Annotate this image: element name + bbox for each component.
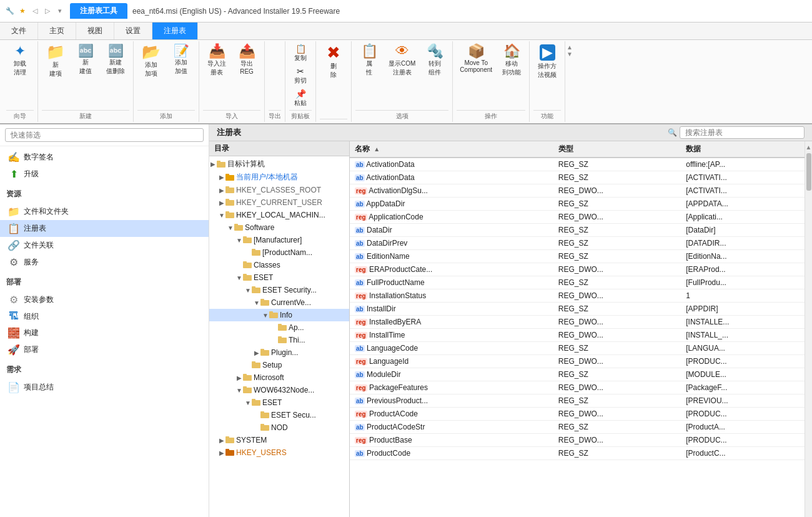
sidebar-item-build[interactable]: 🧱 构建 (0, 324, 209, 341)
btn-move-to-component[interactable]: 📦 Move ToComponent (457, 43, 495, 75)
sidebar-item-files-folders[interactable]: 📁 文件和文件夹 (0, 203, 209, 220)
tab-file[interactable]: 文件 (0, 23, 38, 39)
table-row[interactable]: ab FullProductNameREG_SZ[FullProdu... (350, 276, 805, 289)
table-row[interactable]: ab LanguageCodeREG_SZ[LANGUA... (350, 342, 805, 355)
tree-toggle[interactable]: ▶ (218, 174, 225, 181)
btn-add-item[interactable]: 📂 添加加项 (137, 43, 165, 80)
sidebar-item-install-params[interactable]: ⚙ 安装参数 (0, 291, 209, 308)
table-row[interactable]: reg InstalledByERAREG_DWO...[INSTALLE... (350, 316, 805, 329)
table-row[interactable]: reg InstallTimeREG_DWO...[INSTALL_... (350, 329, 805, 342)
table-row[interactable]: ab DataDirPrevREG_SZ[DATADIR... (350, 237, 805, 250)
tab-view[interactable]: 视图 (76, 23, 114, 39)
tree-node[interactable]: ▼CurrentVe... (209, 296, 349, 309)
table-row[interactable]: ab ActivationDataREG_SZoffline:[AP... (350, 158, 805, 171)
tree-node[interactable]: [ProductNam... (209, 246, 349, 259)
right-scrollbar[interactable]: ▲ ▼ (805, 141, 812, 517)
table-row[interactable]: reg ProductBaseREG_DWO...[PRODUC... (350, 434, 805, 447)
btn-properties[interactable]: 📋 属性 (355, 43, 383, 79)
btn-add-value[interactable]: 📝 添加加值 (167, 43, 195, 78)
tree-toggle[interactable]: ▶ (218, 199, 225, 206)
table-row[interactable]: reg ERAProductCate...REG_DWO...[ERAProd.… (350, 263, 805, 276)
tree-node[interactable]: ▼ESET Security... (209, 284, 349, 296)
btn-import-registry[interactable]: 📥 导入注册表 (203, 43, 230, 79)
tree-toggle[interactable]: ▶ (253, 349, 260, 356)
undo-icon[interactable]: ◁ (30, 6, 40, 16)
sidebar-item-deploy[interactable]: 🚀 部署 (0, 341, 209, 358)
table-row[interactable]: reg ApplicationCodeREG_DWO...[Applicati.… (350, 211, 805, 224)
tree-node[interactable]: Ap... (209, 321, 349, 334)
btn-goto-component[interactable]: 🔩 转到组件 (421, 43, 448, 79)
tree-toggle[interactable]: ▼ (253, 299, 260, 306)
scrollbar-thumb-right[interactable] (806, 153, 811, 191)
tree-toggle[interactable]: ▶ (209, 161, 217, 168)
table-row[interactable]: reg InstallationStatusREG_DWO...1 (350, 289, 805, 303)
table-row[interactable]: reg ActivationDlgSu...REG_DWO...[ACTIVAT… (350, 184, 805, 198)
btn-move-to-feature[interactable]: 🏠 移动到功能 (498, 43, 525, 79)
tree-node[interactable]: ▶目标计算机 (209, 158, 349, 171)
tree-node[interactable]: ▶HKEY_CURRENT_USER (209, 196, 349, 209)
tree-toggle[interactable]: ▼ (244, 287, 252, 294)
tree-toggle[interactable]: ▼ (235, 237, 243, 244)
tree-toggle[interactable]: ▼ (235, 274, 243, 281)
tree-node[interactable]: ▶SYSTEM (209, 434, 349, 446)
tree-node[interactable]: ▼[Manufacturer] (209, 234, 349, 246)
tree-toggle[interactable]: ▶ (235, 374, 243, 381)
table-row[interactable]: reg LanguageIdREG_DWO...[PRODUC... (350, 355, 805, 368)
table-row[interactable]: ab AppDataDirREG_SZ[APPDATA... (350, 198, 805, 211)
table-row[interactable]: ab ProductACodeStrREG_SZ[ProductA... (350, 421, 805, 434)
active-ribbon-tab[interactable]: 注册表工具 (70, 3, 127, 19)
table-row[interactable]: reg PackageFeaturesREG_DWO...[PackageF..… (350, 381, 805, 394)
tree-toggle[interactable]: ▼ (218, 212, 225, 219)
table-row[interactable]: reg ProductACodeREG_DWO...[PRODUC... (350, 408, 805, 421)
tab-registry[interactable]: 注册表 (152, 23, 198, 39)
btn-paste[interactable]: 📌 粘贴 (289, 88, 312, 109)
table-row[interactable]: ab PreviousProduct...REG_SZ[PREVIOU... (350, 394, 805, 408)
tree-node[interactable]: ▼HKEY_LOCAL_MACHIN... (209, 209, 349, 221)
sidebar-item-registry[interactable]: 📋 注册表 (0, 220, 209, 237)
btn-delete[interactable]: ✖ 删除 (320, 43, 347, 81)
table-row[interactable]: ab ProductCodeREG_SZ[ProductC... (350, 447, 805, 460)
tree-toggle[interactable]: ▶ (218, 449, 225, 456)
tree-toggle[interactable]: ▼ (227, 224, 234, 231)
tree-node[interactable]: NOD (209, 421, 349, 434)
ribbon-expand-btn[interactable]: ▲ ▼ (565, 41, 574, 122)
tree-toggle[interactable]: ▶ (218, 187, 225, 194)
table-row[interactable]: ab DataDirREG_SZ[DataDir] (350, 224, 805, 237)
btn-export-reg[interactable]: 📤 导出REG (233, 43, 260, 77)
btn-cut[interactable]: ✂ 剪切 (289, 65, 312, 86)
sidebar-item-services[interactable]: ⚙ 服务 (0, 254, 209, 271)
btn-new-item[interactable]: 📁 新建项 (42, 43, 69, 80)
sidebar-item-project-summary[interactable]: 📄 项目总结 (0, 379, 209, 396)
col-type[interactable]: 类型 (553, 141, 681, 158)
tree-node[interactable]: ▶当前用户/本地机器 (209, 171, 349, 184)
btn-new-value[interactable]: 🔤 新建值 (72, 43, 99, 78)
tree-node[interactable]: ▼Info (209, 309, 349, 321)
tree-node[interactable]: Setup (209, 359, 349, 371)
col-name[interactable]: 名称 ▲ (350, 141, 553, 158)
sidebar-item-digital-signature[interactable]: ✍ 数字签名 (0, 149, 209, 166)
sidebar-search-input[interactable] (5, 128, 204, 142)
tree-node[interactable]: ▼WOW6432Node... (209, 384, 349, 396)
btn-copy[interactable]: 📋 复制 (289, 43, 312, 64)
tree-node[interactable]: Classes (209, 259, 349, 271)
tree-node[interactable]: ▼ESET (209, 396, 349, 409)
table-row[interactable]: ab InstallDirREG_SZ[APPDIR] (350, 303, 805, 316)
tree-toggle[interactable]: ▼ (244, 399, 252, 406)
col-data[interactable]: 数据 (681, 141, 805, 158)
tree-node[interactable]: ▶HKEY_USERS (209, 446, 349, 459)
tree-node[interactable]: ▼Software (209, 221, 349, 234)
tab-home[interactable]: 主页 (38, 23, 76, 39)
tree-node[interactable]: ▶HKEY_CLASSES_ROOT (209, 184, 349, 196)
btn-uninstall-clean[interactable]: ✦ 卸载清理 (6, 43, 34, 79)
tree-toggle[interactable]: ▼ (235, 387, 243, 394)
btn-show-com-registry[interactable]: 👁 显示COM注册表 (385, 43, 418, 79)
btn-how-to-video[interactable]: ▶ 操作方法视频 (533, 43, 561, 81)
table-row[interactable]: ab EditionNameREG_SZ[EditionNa... (350, 250, 805, 263)
table-row[interactable]: ab ModuleDirREG_SZ[MODULE... (350, 368, 805, 381)
tree-toggle[interactable]: ▶ (218, 437, 225, 444)
sidebar-item-file-association[interactable]: 🔗 文件关联 (0, 237, 209, 254)
tree-node[interactable]: ▼ESET (209, 271, 349, 284)
table-row[interactable]: ab ActivationDataREG_SZ[ACTIVATI... (350, 171, 805, 184)
tree-toggle[interactable]: ▼ (262, 312, 269, 319)
tree-node[interactable]: ▶Microsoft (209, 371, 349, 384)
